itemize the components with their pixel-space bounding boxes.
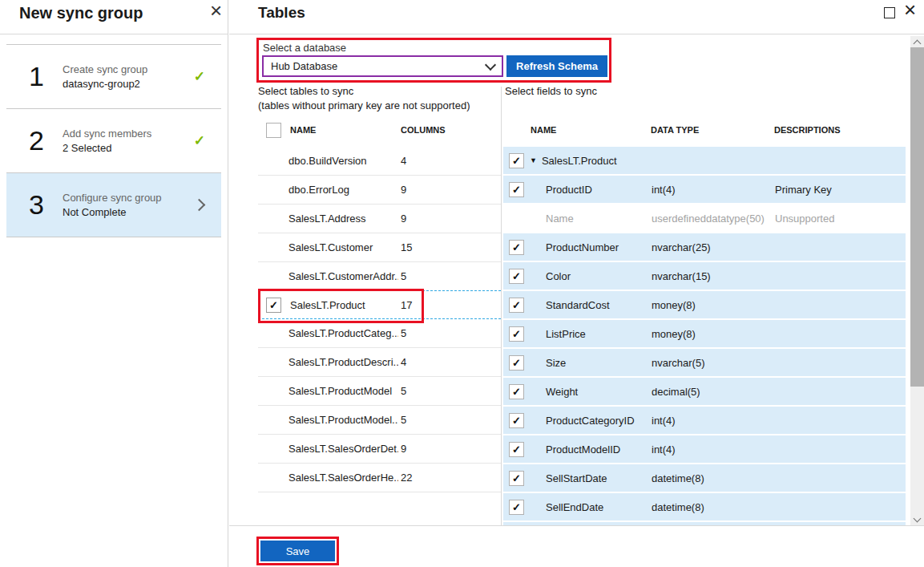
field-row[interactable]: ✓Sizenvarchar(5) xyxy=(503,349,906,376)
table-row[interactable]: dbo.ErrorLog9 xyxy=(258,176,501,205)
table-row[interactable]: SalesLT.ProductModel...5 xyxy=(258,406,501,435)
field-data-type: nvarchar(5) xyxy=(652,357,775,369)
field-checkbox[interactable]: ✓ xyxy=(509,153,524,168)
field-checkbox[interactable]: ✓ xyxy=(509,182,524,197)
field-checkbox[interactable]: ✓ xyxy=(509,355,524,371)
field-row[interactable]: ✓ProductCategoryIDint(4) xyxy=(503,407,906,434)
database-dropdown[interactable]: Hub Database xyxy=(262,55,503,77)
field-checkbox[interactable]: ✓ xyxy=(509,500,524,515)
table-row[interactable]: SalesLT.ProductDescri...4 xyxy=(258,348,501,377)
table-checkbox[interactable] xyxy=(266,269,280,283)
table-columns-count: 22 xyxy=(401,472,412,484)
field-row[interactable]: ✓ProductModelIDint(4) xyxy=(503,435,906,463)
step-item-configure-sync-group[interactable]: 3 Configure sync group Not Complete xyxy=(6,173,221,237)
vertical-scrollbar[interactable] xyxy=(910,36,924,525)
table-checkbox[interactable] xyxy=(266,471,280,484)
field-row[interactable]: ✓StandardCostmoney(8) xyxy=(503,291,906,318)
step-sublabel: datasync-group2 xyxy=(63,78,194,90)
check-icon: ✓ xyxy=(512,271,521,281)
table-checkbox[interactable]: ✓ xyxy=(266,298,281,313)
check-icon: ✓ xyxy=(512,444,521,455)
table-row[interactable]: SalesLT.CustomerAddr...5 xyxy=(258,262,501,291)
field-checkbox[interactable]: ✓ xyxy=(509,471,524,486)
field-name: Name xyxy=(528,213,652,225)
table-checkbox[interactable] xyxy=(266,442,280,456)
field-data-type: int(4) xyxy=(652,443,775,456)
scroll-down-icon[interactable] xyxy=(910,514,924,525)
field-row[interactable]: ✓ListPricemoney(8) xyxy=(503,320,906,347)
field-checkbox[interactable]: ✓ xyxy=(509,269,524,284)
field-name: ProductCategoryID xyxy=(528,415,652,427)
close-icon[interactable]: × xyxy=(904,0,916,22)
field-row[interactable]: ✓Colornvarchar(15) xyxy=(503,262,906,290)
table-checkbox[interactable] xyxy=(266,355,280,369)
table-row[interactable]: SalesLT.Address9 xyxy=(258,205,501,233)
field-row[interactable]: ✓Weightdecimal(5) xyxy=(503,378,906,405)
table-checkbox[interactable] xyxy=(266,154,280,168)
table-name: SalesLT.Address xyxy=(288,213,398,225)
field-name-text: SellEndDate xyxy=(546,501,603,513)
check-icon: ✓ xyxy=(512,156,521,166)
field-row[interactable]: ✓SellStartDatedatetime(8) xyxy=(503,464,906,492)
table-row[interactable]: SalesLT.ProductCateg...5 xyxy=(258,319,501,348)
field-checkbox[interactable]: ✓ xyxy=(509,384,524,399)
select-all-checkbox[interactable] xyxy=(266,123,281,138)
field-checkbox[interactable]: ✓ xyxy=(509,326,524,342)
table-checkbox[interactable] xyxy=(266,413,280,427)
table-row[interactable]: SalesLT.Customer15 xyxy=(258,233,501,262)
save-button[interactable]: Save xyxy=(260,541,335,561)
step-item-add-sync-members[interactable]: 2 Add sync members 2 Selected ✓ xyxy=(6,109,221,173)
divider xyxy=(501,87,502,525)
step-text: Create sync group datasync-group2 xyxy=(63,63,194,90)
field-row[interactable]: Nameuserdefineddatatype(50)Unsupported xyxy=(503,205,906,232)
collapse-triangle-icon[interactable]: ▼ xyxy=(530,156,537,164)
table-name: SalesLT.SalesOrderHe... xyxy=(288,472,398,484)
table-name: SalesLT.SalesOrderDet... xyxy=(288,443,398,455)
table-name: SalesLT.ProductModel... xyxy=(288,414,398,426)
table-checkbox[interactable] xyxy=(266,384,280,398)
panel-title: New sync group xyxy=(19,4,143,22)
table-row[interactable]: SalesLT.ProductModel5 xyxy=(258,377,501,406)
field-row[interactable]: ✓ProductNumbernvarchar(25) xyxy=(503,233,906,261)
table-checkbox[interactable] xyxy=(266,183,280,196)
fields-list-header: NAME DATA TYPE DESCRIPTIONS xyxy=(503,120,906,147)
table-row[interactable]: SalesLT.SalesOrderHe...22 xyxy=(258,464,501,492)
tables-list-heading: Select tables to sync xyxy=(258,85,353,97)
table-checkbox[interactable] xyxy=(266,241,280,254)
table-row[interactable]: ✓SalesLT.Product17 xyxy=(258,290,501,319)
check-icon: ✓ xyxy=(194,132,205,149)
close-icon[interactable]: × xyxy=(210,0,222,23)
table-row[interactable]: SalesLT.SalesOrderDet...9 xyxy=(258,435,501,464)
table-checkbox[interactable] xyxy=(266,326,280,340)
table-columns-count: 17 xyxy=(401,299,412,311)
step-item-create-sync-group[interactable]: 1 Create sync group datasync-group2 ✓ xyxy=(6,45,221,109)
field-checkbox[interactable]: ✓ xyxy=(509,442,524,457)
field-checkbox[interactable]: ✓ xyxy=(509,240,524,255)
table-columns-count: 15 xyxy=(401,241,412,253)
field-name-text: ListPrice xyxy=(546,328,586,340)
field-checkbox[interactable]: ✓ xyxy=(509,298,524,313)
check-icon: ✓ xyxy=(512,358,521,368)
table-name: SalesLT.ProductDescri... xyxy=(288,356,398,368)
table-name: dbo.ErrorLog xyxy=(288,184,398,196)
check-icon: ✓ xyxy=(194,68,205,85)
table-row[interactable]: dbo.BuildVersion4 xyxy=(258,147,501,176)
field-name: ListPrice xyxy=(528,328,652,340)
field-row[interactable]: ✓SellEndDatedatetime(8) xyxy=(503,493,906,520)
field-data-type: datetime(8) xyxy=(652,472,775,484)
refresh-schema-button[interactable]: Refresh Schema xyxy=(506,55,607,77)
field-checkbox[interactable]: ✓ xyxy=(509,413,524,428)
step-sublabel: Not Complete xyxy=(63,206,195,218)
check-icon: ✓ xyxy=(512,300,521,310)
field-row[interactable]: ✓▼SalesLT.Product xyxy=(503,147,906,174)
select-database-label: Select a database xyxy=(263,42,346,54)
table-checkbox[interactable] xyxy=(266,212,280,225)
field-row[interactable]: ✓ProductIDint(4)Primary Key xyxy=(503,176,906,203)
scroll-up-icon[interactable] xyxy=(910,36,924,47)
restore-window-icon[interactable] xyxy=(884,7,895,18)
field-name-text: ProductID xyxy=(546,184,592,196)
field-name: ProductID xyxy=(528,184,652,196)
scrollbar-thumb[interactable] xyxy=(910,47,924,387)
field-data-type: int(4) xyxy=(652,184,775,196)
tables-list-header: NAME COLUMNS xyxy=(258,120,501,147)
